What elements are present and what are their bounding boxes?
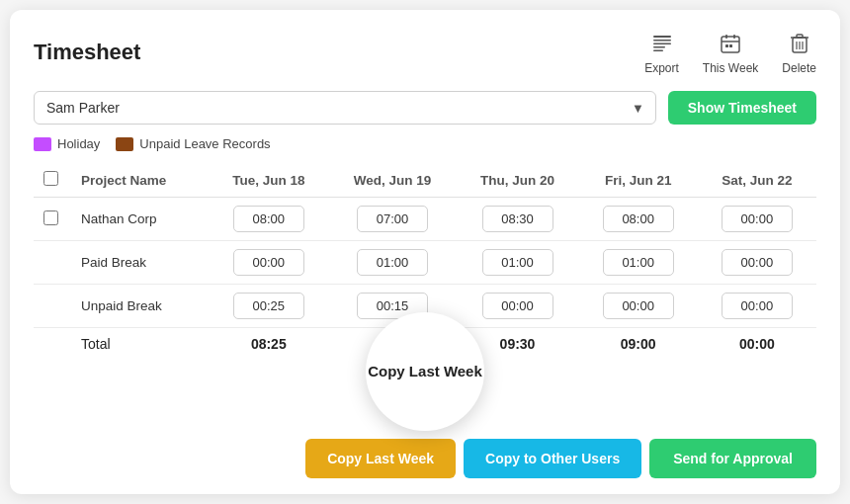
show-timesheet-button[interactable]: Show Timesheet bbox=[668, 91, 816, 125]
export-button[interactable]: Export bbox=[644, 30, 679, 75]
toolbar: Sam Parker ▼ Show Timesheet bbox=[34, 91, 816, 125]
unpaid-break-tue-input[interactable] bbox=[233, 293, 304, 319]
paid-break-empty-checkbox bbox=[34, 241, 71, 285]
svg-rect-10 bbox=[729, 44, 732, 47]
col-fri: Fri, Jun 21 bbox=[579, 163, 698, 198]
nathan-thu-input[interactable] bbox=[482, 206, 553, 232]
col-tue: Tue, Jun 18 bbox=[209, 163, 329, 198]
paid-break-thu-input[interactable] bbox=[482, 249, 553, 276]
header-checkbox-cell bbox=[34, 163, 71, 198]
total-row: Total 08:25 08:15 09:30 09:00 00:00 bbox=[34, 328, 816, 361]
col-project-name: Project Name bbox=[71, 163, 209, 198]
unpaid-leave-label: Unpaid Leave Records bbox=[139, 136, 270, 151]
unpaid-break-sat-cell bbox=[698, 285, 816, 328]
total-fri-cell: 09:00 bbox=[579, 328, 698, 361]
paid-break-wed-input[interactable] bbox=[357, 249, 428, 276]
nathan-sat-cell bbox=[698, 198, 816, 241]
unpaid-leave-color-box bbox=[116, 137, 133, 151]
total-sat-cell: 00:00 bbox=[698, 328, 816, 361]
paid-break-sat-cell bbox=[698, 241, 816, 285]
unpaid-break-row: Unpaid Break bbox=[34, 285, 816, 328]
row-checkbox[interactable] bbox=[43, 210, 58, 225]
nathan-tue-cell bbox=[209, 198, 329, 241]
this-week-button[interactable]: This Week bbox=[703, 30, 758, 75]
paid-break-row: Paid Break bbox=[34, 241, 816, 285]
header-actions: Export This Week bbox=[644, 30, 816, 75]
unpaid-break-wed-input[interactable] bbox=[357, 293, 428, 319]
unpaid-break-fri-cell bbox=[579, 285, 698, 328]
paid-break-label-cell: Paid Break bbox=[71, 241, 209, 285]
total-tue-cell: 08:25 bbox=[209, 328, 329, 361]
unpaid-break-thu-input[interactable] bbox=[482, 293, 553, 319]
row-checkbox-cell bbox=[34, 198, 71, 241]
total-label-cell: Total bbox=[71, 328, 209, 361]
page-title: Timesheet bbox=[34, 40, 140, 65]
svg-rect-4 bbox=[653, 50, 663, 52]
nathan-wed-input[interactable] bbox=[357, 206, 428, 232]
copy-last-week-button[interactable]: Copy Last Week bbox=[305, 439, 456, 478]
svg-rect-1 bbox=[653, 40, 671, 42]
this-week-label: This Week bbox=[703, 61, 758, 75]
paid-break-fri-cell bbox=[579, 241, 698, 285]
nathan-sat-input[interactable] bbox=[722, 206, 793, 232]
legend: Holiday Unpaid Leave Records bbox=[34, 136, 816, 151]
nathan-wed-cell bbox=[329, 198, 457, 241]
header: Timesheet Export bbox=[34, 30, 816, 75]
unpaid-break-wed-cell bbox=[329, 285, 457, 328]
paid-break-tue-cell bbox=[209, 241, 329, 285]
svg-rect-2 bbox=[653, 43, 671, 45]
total-wed-cell: 08:15 bbox=[329, 328, 457, 361]
calendar-icon bbox=[717, 30, 744, 57]
col-wed: Wed, Jun 19 bbox=[329, 163, 457, 198]
holiday-legend: Holiday bbox=[34, 136, 100, 151]
paid-break-thu-cell bbox=[456, 241, 578, 285]
paid-break-wed-cell bbox=[329, 241, 457, 285]
col-sat: Sat, Jun 22 bbox=[698, 163, 816, 198]
send-approval-button[interactable]: Send for Approval bbox=[649, 439, 816, 478]
nathan-fri-input[interactable] bbox=[603, 206, 674, 232]
timesheet-table-wrap: Project Name Tue, Jun 18 Wed, Jun 19 Thu… bbox=[34, 163, 816, 425]
unpaid-break-thu-cell bbox=[456, 285, 578, 328]
timesheet-card: Timesheet Export bbox=[10, 10, 840, 494]
svg-rect-9 bbox=[725, 44, 728, 47]
bottom-bar: Copy Last Week Copy Last Week Copy to Ot… bbox=[34, 439, 816, 478]
paid-break-sat-input[interactable] bbox=[722, 249, 793, 276]
table-row: Nathan Corp bbox=[34, 198, 816, 241]
employee-select-wrap: Sam Parker ▼ bbox=[34, 91, 656, 125]
unpaid-break-empty-checkbox bbox=[34, 285, 71, 328]
total-thu-cell: 09:30 bbox=[456, 328, 578, 361]
nathan-thu-cell bbox=[456, 198, 578, 241]
svg-rect-13 bbox=[797, 35, 803, 38]
select-all-checkbox[interactable] bbox=[43, 171, 58, 186]
delete-button[interactable]: Delete bbox=[782, 30, 816, 75]
unpaid-break-fri-input[interactable] bbox=[603, 293, 674, 319]
svg-rect-0 bbox=[653, 36, 671, 38]
paid-break-fri-input[interactable] bbox=[603, 249, 674, 276]
copy-other-users-button[interactable]: Copy to Other Users bbox=[464, 439, 641, 478]
nathan-tue-input[interactable] bbox=[233, 206, 304, 232]
export-icon bbox=[648, 30, 676, 57]
table-header-row: Project Name Tue, Jun 18 Wed, Jun 19 Thu… bbox=[34, 163, 816, 198]
svg-rect-7 bbox=[733, 35, 735, 39]
delete-icon bbox=[786, 30, 813, 57]
svg-rect-6 bbox=[725, 35, 727, 39]
holiday-label: Holiday bbox=[57, 136, 100, 151]
svg-rect-3 bbox=[653, 46, 665, 48]
delete-label: Delete bbox=[782, 61, 816, 75]
paid-break-tue-input[interactable] bbox=[233, 249, 304, 276]
project-name-cell: Nathan Corp bbox=[71, 198, 209, 241]
holiday-color-box bbox=[34, 137, 51, 151]
unpaid-break-sat-input[interactable] bbox=[722, 293, 793, 319]
timesheet-table: Project Name Tue, Jun 18 Wed, Jun 19 Thu… bbox=[34, 163, 816, 360]
unpaid-leave-legend: Unpaid Leave Records bbox=[116, 136, 270, 151]
unpaid-break-tue-cell bbox=[209, 285, 329, 328]
nathan-fri-cell bbox=[579, 198, 698, 241]
unpaid-break-label-cell: Unpaid Break bbox=[71, 285, 209, 328]
employee-select[interactable]: Sam Parker bbox=[34, 91, 656, 125]
export-label: Export bbox=[644, 61, 679, 75]
total-empty-checkbox bbox=[34, 328, 71, 361]
col-thu: Thu, Jun 20 bbox=[456, 163, 578, 198]
